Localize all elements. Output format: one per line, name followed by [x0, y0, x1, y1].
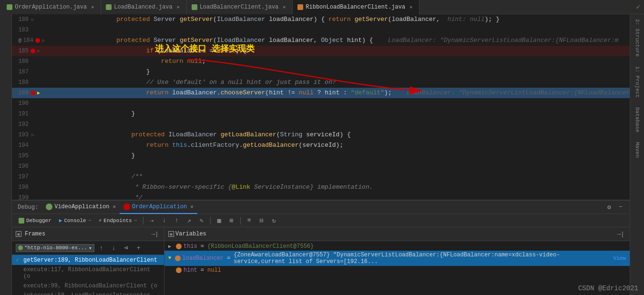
step-over-btn[interactable]: ⇢	[147, 215, 157, 226]
debug-controls: ⚙ −	[600, 202, 630, 213]
refresh-btn[interactable]: ↻	[269, 215, 279, 226]
settings-debug-btn[interactable]: ≡	[244, 215, 255, 226]
line-number: 184	[21, 37, 33, 44]
line-gutter: 185 ▷	[12, 48, 64, 54]
tab-close-icon[interactable]: ✕	[408, 4, 414, 10]
endpoints-label: Endpoints	[103, 218, 132, 224]
line-gutter: @ 184 ▷	[12, 37, 64, 44]
frame-label: intercept:58, LoadBalancerInterceptor (o…	[23, 292, 160, 295]
endpoints-btn[interactable]: ⚡ Endpoints →	[96, 215, 140, 226]
settings-btn[interactable]: ⚙	[604, 202, 614, 213]
thread-filter-select[interactable]: *http-nio-8000-ex... ▾	[16, 244, 94, 252]
fold-arrow-icon[interactable]: ▷	[41, 38, 46, 43]
debug-tab-label: VideoApplication	[54, 203, 109, 210]
frame-item[interactable]: execute:117, RibbonLoadBalancerClient (o	[12, 265, 164, 281]
line-gutter: 197	[12, 173, 64, 180]
evaluate-btn[interactable]: ✎	[196, 215, 207, 226]
panel-label-maven[interactable]: Maven	[634, 139, 641, 161]
vars-expand-btn[interactable]: →|	[615, 229, 626, 239]
filter-down-btn[interactable]: ↓	[109, 243, 119, 253]
breakpoint-icon[interactable]	[31, 49, 35, 53]
var-type-icon	[176, 244, 182, 249]
toolbar-separator	[143, 217, 143, 224]
var-equals: =	[201, 243, 204, 250]
tab-close-icon[interactable]: ✕	[175, 4, 182, 10]
frames-header: ▣ Frames →|	[12, 227, 164, 241]
frame-item[interactable]: ✓ getServer:189, RibbonLoadBalancerClien…	[12, 255, 164, 265]
threads-btn[interactable]: ⊞	[226, 215, 237, 226]
debug-app-icon-active	[123, 203, 130, 210]
fold-arrow-icon[interactable]: ▷	[36, 49, 41, 53]
line-gutter: 189 ▶	[12, 90, 64, 96]
tab-label: RibbonLoadBalancerClient.java	[306, 4, 405, 10]
var-item-selected[interactable]: ▼ loadBalancer = {ZoneAwareLoadBalancer@…	[164, 251, 630, 266]
step-into-btn[interactable]: ↓	[159, 215, 170, 226]
frames-btn[interactable]: ▦	[214, 215, 225, 226]
frame-label: execute:117, RibbonLoadBalancerClient (o	[23, 266, 160, 280]
expand-icon[interactable]: ▼	[168, 255, 173, 261]
frame-label: getServer:189, RibbonLoadBalancerClient	[23, 257, 157, 264]
debug-tab-video[interactable]: VideoApplication ✕	[42, 201, 120, 214]
debug-tab-order[interactable]: OrderApplication ✕	[120, 201, 197, 214]
var-item[interactable]: ▶ this = {RibbonLoadBalancerClient@7556}	[164, 242, 630, 251]
debugger-btn[interactable]: Debugger	[16, 215, 54, 226]
line-number: 198	[12, 184, 29, 191]
tab-close-icon[interactable]: ✕	[281, 4, 287, 10]
debug-tab-bar: Debug: VideoApplication ✕ OrderApplicati…	[12, 201, 630, 214]
panel-label-structure[interactable]: 2: Structure	[634, 16, 641, 60]
tab-order-application[interactable]: OrderApplication.java ✕	[2, 0, 101, 14]
tab-load-balancer-client[interactable]: LoadBalancerClient.java ✕	[187, 0, 293, 14]
java-file-icon	[106, 4, 112, 10]
line-number: 183	[12, 27, 29, 33]
line-number: 191	[12, 111, 29, 117]
var-name: this	[184, 243, 197, 250]
line-number: 196	[12, 163, 29, 170]
code-area: 进入这个接口 选择实现类 180	[12, 14, 630, 295]
var-equals: =	[227, 255, 230, 262]
tab-ribbon-client[interactable]: RibbonLoadBalancerClient.java ✕	[293, 0, 419, 14]
breakpoint-icon[interactable]	[35, 38, 40, 43]
breakpoint-icon[interactable]	[31, 91, 35, 95]
run-icon: ▶	[59, 217, 62, 224]
panel-label-database[interactable]: Database	[634, 104, 641, 135]
panel-label-project[interactable]: 1: Project	[634, 63, 641, 101]
layout-btn[interactable]: ⊟	[256, 215, 267, 226]
add-frame-btn[interactable]: +	[133, 243, 144, 253]
line-gutter: 187	[12, 69, 64, 75]
left-sidebar	[0, 14, 12, 295]
code-editor[interactable]: 进入这个接口 选择实现类 180	[12, 14, 630, 200]
frame-item[interactable]: intercept:58, LoadBalancerInterceptor (o…	[12, 291, 164, 295]
filter-btn[interactable]: ⊲	[121, 243, 132, 253]
minimize-btn[interactable]: −	[615, 202, 626, 213]
console-arrow: →	[88, 218, 91, 223]
run-cursor-btn[interactable]: ↗	[184, 215, 194, 226]
frame-filter: *http-nio-8000-ex... ▾ ↑ ↓ ⊲ +	[12, 241, 164, 255]
code-line: 199 */	[12, 193, 630, 200]
line-number: 197	[12, 173, 29, 180]
step-out-btn[interactable]: ↑	[172, 215, 182, 226]
debug-app-icon	[46, 203, 52, 210]
line-number: 199	[12, 194, 29, 200]
line-number: 180	[12, 16, 29, 23]
var-item[interactable]: ▶ hint = null	[164, 266, 630, 275]
line-number: 194	[12, 142, 29, 149]
debugger-label: Debugger	[26, 218, 51, 224]
frames-expand-btn[interactable]: →|	[150, 229, 160, 239]
console-btn[interactable]: ▶ Console →	[56, 215, 94, 226]
tab-close-icon[interactable]: ✕	[190, 203, 194, 210]
tab-label: LoadBalancerClient.java	[200, 4, 279, 10]
filter-up-btn[interactable]: ↑	[96, 243, 107, 253]
frame-label: execute:99, RibbonLoadBalancerClient (o	[23, 283, 157, 289]
tab-close-icon[interactable]: ✕	[112, 203, 116, 210]
fold-arrow-icon: ▶	[36, 91, 41, 95]
frame-item[interactable]: execute:99, RibbonLoadBalancerClient (o	[12, 281, 164, 291]
view-link[interactable]: View	[613, 255, 626, 261]
line-gutter: 193 ▷	[12, 132, 64, 138]
code-line: 195 }	[12, 151, 630, 161]
tab-load-balanced[interactable]: LoadBalanced.java ✕	[101, 0, 186, 14]
expand-icon[interactable]: ▶	[168, 244, 174, 249]
debug-label: Debug:	[14, 201, 42, 214]
fold-arrow-icon[interactable]: ▷	[31, 17, 35, 22]
fold-arrow-icon[interactable]: ▷	[31, 132, 35, 137]
tab-close-icon[interactable]: ✕	[89, 4, 96, 10]
